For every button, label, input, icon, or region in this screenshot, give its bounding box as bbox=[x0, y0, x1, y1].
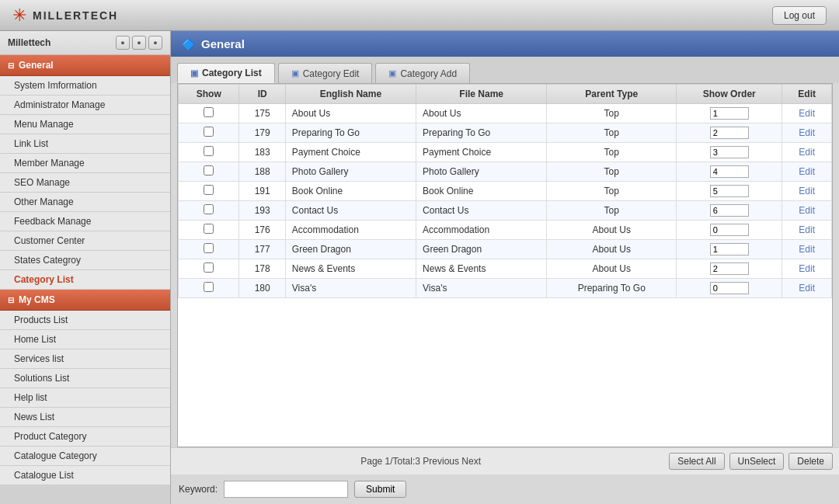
sidebar-item-admin-manage[interactable]: Administrator Manage bbox=[0, 96, 170, 115]
row-show-order-8[interactable] bbox=[710, 262, 749, 275]
sidebar-item-services-list[interactable]: Services list bbox=[0, 349, 170, 369]
sidebar-item-news-list[interactable]: News List bbox=[0, 408, 170, 427]
sidebar-item-products-list[interactable]: Products List bbox=[0, 311, 170, 330]
table-row: 176AccommodationAccommodationAbout UsEdi… bbox=[179, 221, 832, 240]
sidebar-ctrl-3[interactable]: ● bbox=[148, 36, 162, 50]
table-header-row: Show ID English Name File Name Parent Ty… bbox=[179, 85, 832, 104]
row-parent-type-0: Top bbox=[547, 104, 677, 123]
sidebar-item-system-info[interactable]: System Imformation bbox=[0, 76, 170, 96]
table-row: 191Book OnlineBook OnlineTopEdit bbox=[179, 182, 832, 201]
row-edit-link-8[interactable]: Edit bbox=[799, 263, 815, 274]
row-english-name-2: Payment Choice bbox=[285, 143, 416, 162]
category-table: Show ID English Name File Name Parent Ty… bbox=[178, 84, 832, 298]
sidebar-controls: ● ● ● bbox=[116, 36, 162, 50]
row-show-order-2[interactable] bbox=[710, 146, 749, 158]
row-show-order-6[interactable] bbox=[710, 224, 749, 236]
sidebar-group-general[interactable]: ⊟ General bbox=[0, 55, 170, 76]
row-edit-link-4[interactable]: Edit bbox=[799, 186, 815, 196]
row-edit-link-7[interactable]: Edit bbox=[799, 244, 815, 255]
row-show-order-5[interactable] bbox=[710, 204, 749, 217]
tabs-row: ▣ Category List ▣ Category Edit ▣ Catego… bbox=[171, 57, 839, 83]
row-checkbox-6[interactable] bbox=[204, 224, 214, 234]
sidebar-ctrl-1[interactable]: ● bbox=[116, 36, 130, 50]
row-english-name-4: Book Online bbox=[285, 182, 416, 201]
sidebar-item-feedback-manage[interactable]: Feedback Manage bbox=[0, 212, 170, 231]
sidebar-group-mycms[interactable]: ⊟ My CMS bbox=[0, 290, 170, 311]
row-english-name-9: Visa's bbox=[285, 279, 416, 298]
row-parent-type-9: Preparing To Go bbox=[547, 279, 677, 298]
tab-category-list[interactable]: ▣ Category List bbox=[177, 63, 275, 83]
logo-area: ✳ MILLERTECH bbox=[12, 5, 118, 26]
row-parent-type-3: Top bbox=[547, 162, 677, 182]
row-edit-link-1[interactable]: Edit bbox=[799, 127, 815, 138]
row-show-order-7[interactable] bbox=[710, 243, 749, 255]
row-parent-type-5: Top bbox=[547, 201, 677, 221]
row-checkbox-0[interactable] bbox=[204, 107, 214, 117]
keyword-input[interactable] bbox=[224, 481, 348, 498]
row-checkbox-2[interactable] bbox=[204, 146, 214, 156]
col-edit: Edit bbox=[782, 85, 832, 104]
sidebar-header: Millettech ● ● ● bbox=[0, 31, 170, 55]
row-edit-link-5[interactable]: Edit bbox=[799, 205, 815, 216]
pagination-row: Page 1/Total:3 Previous Next Select All … bbox=[171, 447, 839, 474]
sidebar-item-customer-center[interactable]: Customer Center bbox=[0, 231, 170, 251]
select-all-button[interactable]: Select All bbox=[669, 453, 724, 470]
sidebar-item-help-list[interactable]: Help list bbox=[0, 388, 170, 408]
sidebar-item-seo-manage[interactable]: SEO Manage bbox=[0, 173, 170, 193]
row-edit-link-0[interactable]: Edit bbox=[799, 108, 815, 119]
sidebar-item-home-list[interactable]: Home List bbox=[0, 330, 170, 349]
row-checkbox-3[interactable] bbox=[204, 165, 214, 176]
sidebar-ctrl-2[interactable]: ● bbox=[132, 36, 146, 50]
sidebar-item-states-category[interactable]: States Categroy bbox=[0, 251, 170, 270]
unselect-button[interactable]: UnSelect bbox=[729, 453, 785, 470]
tab-category-edit[interactable]: ▣ Category Edit bbox=[278, 63, 373, 83]
row-edit-link-2[interactable]: Edit bbox=[799, 147, 815, 158]
row-edit-link-3[interactable]: Edit bbox=[799, 166, 815, 177]
row-show-order-0[interactable] bbox=[710, 107, 749, 120]
mycms-label: My CMS bbox=[19, 294, 55, 305]
content-header: 🔷 General bbox=[171, 31, 839, 57]
table-row: 175About UsAbout UsTopEdit bbox=[179, 104, 832, 123]
sidebar-item-catalogue-category[interactable]: Catalogue Category bbox=[0, 447, 170, 466]
row-checkbox-7[interactable] bbox=[204, 243, 214, 253]
logout-button[interactable]: Log out bbox=[772, 6, 827, 25]
col-show-order: Show Order bbox=[677, 85, 782, 104]
row-id-5: 193 bbox=[239, 201, 285, 221]
row-edit-link-9[interactable]: Edit bbox=[799, 283, 815, 294]
sidebar-item-solutions-list[interactable]: Solutions List bbox=[0, 369, 170, 388]
sidebar-mycms-items: Products List Home List Services list So… bbox=[0, 311, 170, 485]
row-english-name-1: Preparing To Go bbox=[285, 123, 416, 143]
content-area: 🔷 General ▣ Category List ▣ Category Edi… bbox=[171, 31, 839, 504]
row-parent-type-6: About Us bbox=[547, 221, 677, 240]
row-edit-link-6[interactable]: Edit bbox=[799, 224, 815, 235]
row-id-7: 177 bbox=[239, 240, 285, 259]
row-parent-type-8: About Us bbox=[547, 259, 677, 279]
row-show-order-1[interactable] bbox=[710, 127, 749, 139]
row-checkbox-5[interactable] bbox=[204, 204, 214, 214]
row-english-name-8: News & Events bbox=[285, 259, 416, 279]
row-parent-type-7: About Us bbox=[547, 240, 677, 259]
sidebar-item-link-list[interactable]: Link List bbox=[0, 134, 170, 154]
submit-button[interactable]: Submit bbox=[354, 481, 406, 498]
sidebar-item-category-list[interactable]: Category List bbox=[0, 270, 170, 290]
row-checkbox-9[interactable] bbox=[204, 282, 214, 292]
row-checkbox-8[interactable] bbox=[204, 262, 214, 273]
table-row: 179Preparing To GoPreparing To GoTopEdit bbox=[179, 123, 832, 143]
keyword-row: Keyword: Submit bbox=[171, 474, 839, 504]
row-show-order-4[interactable] bbox=[710, 185, 749, 197]
sidebar: Millettech ● ● ● ⊟ General System Imform… bbox=[0, 31, 171, 504]
row-show-order-3[interactable] bbox=[710, 165, 749, 178]
sidebar-item-catalogue-list[interactable]: Catalogue List bbox=[0, 466, 170, 485]
sidebar-item-product-category[interactable]: Product Category bbox=[0, 427, 170, 447]
sidebar-item-member-manage[interactable]: Member Manage bbox=[0, 154, 170, 173]
sidebar-item-other-manage[interactable]: Other Manage bbox=[0, 193, 170, 212]
sidebar-item-menu-manage[interactable]: Menu Manage bbox=[0, 115, 170, 134]
row-show-order-9[interactable] bbox=[710, 282, 749, 294]
col-english-name: English Name bbox=[285, 85, 416, 104]
delete-button[interactable]: Delete bbox=[789, 453, 833, 470]
row-checkbox-4[interactable] bbox=[204, 185, 214, 195]
tab-icon-2: ▣ bbox=[291, 68, 299, 78]
tab-category-add[interactable]: ▣ Category Add bbox=[375, 63, 470, 83]
row-english-name-3: Photo Gallery bbox=[285, 162, 416, 182]
row-checkbox-1[interactable] bbox=[204, 127, 214, 137]
